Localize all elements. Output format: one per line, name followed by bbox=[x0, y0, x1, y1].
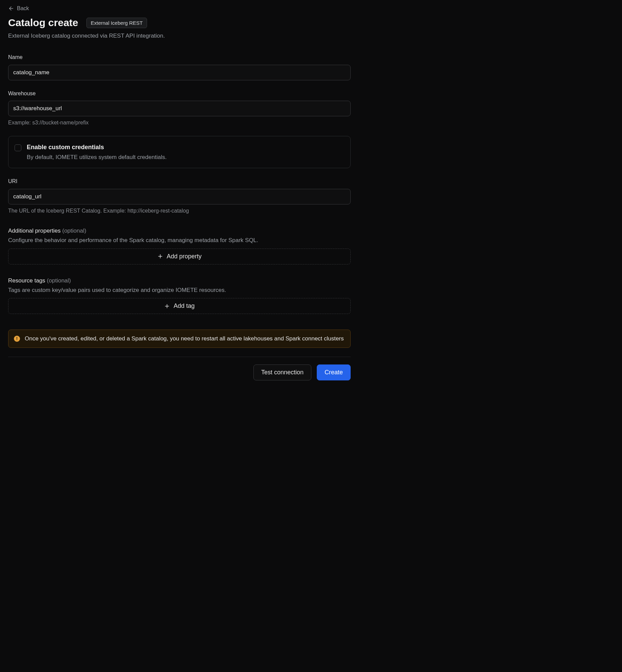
add-property-label: Add property bbox=[167, 253, 202, 260]
page-subtitle: External Iceberg catalog connected via R… bbox=[8, 32, 351, 40]
footer-divider bbox=[8, 357, 351, 357]
properties-label-text: Additional properties bbox=[8, 228, 61, 234]
footer-actions: Test connection Create bbox=[8, 364, 351, 380]
warning-icon: ! bbox=[14, 336, 20, 342]
test-connection-button[interactable]: Test connection bbox=[253, 364, 311, 380]
page-title: Catalog create bbox=[8, 16, 78, 30]
warehouse-input[interactable] bbox=[8, 101, 351, 116]
name-input[interactable] bbox=[8, 65, 351, 80]
field-name: Name bbox=[8, 54, 351, 80]
add-tag-label: Add tag bbox=[173, 302, 194, 310]
properties-label: Additional properties (optional) bbox=[8, 227, 351, 235]
uri-input[interactable] bbox=[8, 189, 351, 204]
title-row: Catalog create External Iceberg REST bbox=[8, 16, 351, 30]
restart-warning-alert: ! Once you've created, edited, or delete… bbox=[8, 330, 351, 348]
uri-label: URI bbox=[8, 178, 351, 185]
section-resource-tags: Resource tags (optional) Tags are custom… bbox=[8, 277, 351, 314]
credentials-text: Enable custom credentials By default, IO… bbox=[27, 143, 167, 161]
field-uri: URI The URL of the Iceberg REST Catalog.… bbox=[8, 178, 351, 215]
section-additional-properties: Additional properties (optional) Configu… bbox=[8, 227, 351, 264]
credentials-description: By default, IOMETE utilizes system defau… bbox=[27, 153, 167, 161]
name-label: Name bbox=[8, 54, 351, 61]
add-tag-button[interactable]: Add tag bbox=[8, 298, 351, 314]
credentials-card: Enable custom credentials By default, IO… bbox=[8, 136, 351, 168]
alert-text: Once you've created, edited, or deleted … bbox=[25, 335, 344, 343]
credentials-title: Enable custom credentials bbox=[27, 143, 167, 152]
plus-icon bbox=[164, 303, 170, 309]
enable-credentials-checkbox[interactable] bbox=[15, 144, 21, 151]
tags-description: Tags are custom key/value pairs used to … bbox=[8, 286, 351, 294]
tags-label-text: Resource tags bbox=[8, 277, 45, 284]
field-warehouse: Warehouse Example: s3://bucket-name/pref… bbox=[8, 90, 351, 127]
properties-description: Configure the behavior and performance o… bbox=[8, 236, 351, 244]
tags-optional: (optional) bbox=[47, 277, 71, 284]
back-link[interactable]: Back bbox=[8, 5, 29, 12]
catalog-type-badge: External Iceberg REST bbox=[86, 18, 147, 28]
warehouse-label: Warehouse bbox=[8, 90, 351, 97]
arrow-left-icon bbox=[8, 5, 14, 12]
add-property-button[interactable]: Add property bbox=[8, 249, 351, 264]
plus-icon bbox=[157, 253, 163, 259]
create-button[interactable]: Create bbox=[317, 364, 351, 380]
properties-optional: (optional) bbox=[62, 228, 86, 234]
tags-label: Resource tags (optional) bbox=[8, 277, 351, 285]
back-label: Back bbox=[17, 5, 29, 12]
uri-help: The URL of the Iceberg REST Catalog. Exa… bbox=[8, 207, 351, 215]
warehouse-help: Example: s3://bucket-name/prefix bbox=[8, 119, 351, 126]
